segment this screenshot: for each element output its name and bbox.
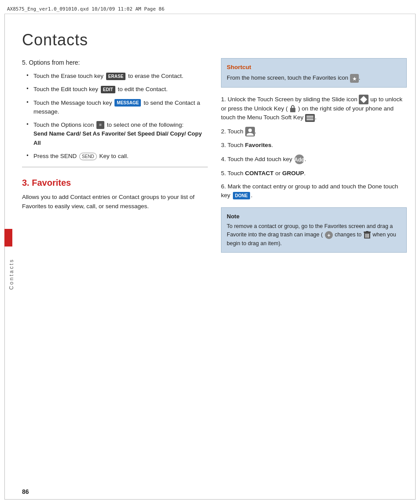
svg-text:★: ★ <box>352 76 357 82</box>
done-key-badge: DONE <box>233 192 250 199</box>
menu-soft-key-icon <box>305 114 315 122</box>
unlock-key-icon <box>289 104 296 113</box>
shortcut-box: Shortcut From the home screen, touch the… <box>221 58 407 88</box>
shortcut-text: From the home screen, touch the Favorite… <box>227 74 401 83</box>
page-number: 86 <box>22 488 29 495</box>
bullet-edit-cont: to edit the Contact. <box>118 86 167 92</box>
bullet-send-cont: Key to call. <box>99 153 129 159</box>
svg-point-10 <box>248 129 252 132</box>
two-col-layout: 5. Options from here: Touch the Erase to… <box>22 58 407 253</box>
bold-options: Send Name Card/ Set As Favorite/ Set Spe… <box>33 130 202 146</box>
bullet-erase-cont: to erase the Contact. <box>128 73 183 79</box>
bullet-edit-text: Touch the Edit touch key <box>33 86 100 92</box>
page-title: Contacts <box>22 31 407 49</box>
erase-key-badge: ERASE <box>106 73 125 80</box>
step-5-or: or <box>275 170 282 177</box>
bullet-message-text: Touch the Message touch key <box>33 99 114 106</box>
bullet-options: Touch the Options icon ≡ to select one o… <box>26 121 208 147</box>
content-area: Contacts 5. Options from here: Touch the… <box>22 22 407 478</box>
step-1-num: 1. <box>221 96 228 102</box>
right-column: Shortcut From the home screen, touch the… <box>221 58 407 253</box>
bullet-erase: Touch the Erase touch key ERASE to erase… <box>26 72 208 81</box>
svg-rect-4 <box>290 108 295 112</box>
section-heading: 3. Favorites <box>22 176 208 189</box>
bullet-options-cont: to select one of the following: <box>107 121 184 128</box>
shortcut-title: Shortcut <box>227 63 401 72</box>
sidebar-text: Contacts <box>8 258 15 290</box>
svg-rect-7 <box>306 118 313 118</box>
sidebar-label-container: Contacts <box>5 132 18 416</box>
header-bar: AX8575_Eng_ver1.0_091010.qxd 10/10/09 11… <box>4 4 416 14</box>
bullet-list: Touch the Erase touch key ERASE to erase… <box>26 72 208 161</box>
options-intro: 5. Options from here: <box>22 58 208 67</box>
contact-touch-icon <box>245 127 255 136</box>
options-icon: ≡ <box>96 121 104 129</box>
step-1-text: Unlock the Touch Screen by sliding the S… <box>228 96 359 102</box>
shortcut-body: From the home screen, touch the Favorite… <box>227 74 348 81</box>
step-5: 5. Touch CONTACT or GROUP. <box>221 169 407 178</box>
svg-rect-6 <box>306 116 313 117</box>
svg-text:Add: Add <box>294 157 304 163</box>
header-text: AX8575_Eng_ver1.0_091010.qxd 10/10/09 11… <box>7 6 165 12</box>
step-4-text: 4. Touch the Add touch key <box>221 155 294 162</box>
sidebar-marker <box>4 229 12 246</box>
message-key-badge: MESSAGE <box>114 99 141 107</box>
step-2-num: 2. Touch <box>221 128 245 134</box>
send-badge: SEND <box>79 153 97 160</box>
add-touch-key-icon: Add <box>294 154 305 165</box>
svg-rect-8 <box>306 119 313 120</box>
svg-text:+: + <box>327 232 330 239</box>
step-5-text: 5. Touch <box>221 170 245 177</box>
favorites-icon: ★ <box>350 74 359 83</box>
step-5-contact: CONTACT <box>245 170 274 177</box>
note-box: Note To remove a contact or group, go to… <box>221 207 407 253</box>
bullet-edit: Touch the Edit touch key EDIT to edit th… <box>26 85 208 94</box>
note-text: To remove a contact or group, go to the … <box>227 222 401 248</box>
svg-rect-17 <box>366 231 368 232</box>
step-5-group: GROUP <box>282 170 304 177</box>
bullet-message: Touch the Message touch key MESSAGE to s… <box>26 99 208 117</box>
step-3: 3. Touch Favorites. <box>221 141 407 150</box>
slide-icon <box>359 95 368 104</box>
step-6: 6. Mark the contact entry or group to ad… <box>221 182 407 200</box>
bullet-erase-text: Touch the Erase touch key <box>33 73 105 79</box>
left-divider <box>22 167 208 167</box>
note-changes: changes to <box>335 232 363 238</box>
section-description: Allows you to add Contact entries or Con… <box>22 193 208 211</box>
note-title: Note <box>227 212 401 221</box>
bullet-send-text: Press the SEND <box>33 153 78 159</box>
bullet-send: Press the SEND SEND Key to call. <box>26 152 208 161</box>
bullet-options-text: Touch the Options icon <box>33 121 96 128</box>
step-3-num: 3. Touch <box>221 142 245 148</box>
step-1: 1. Unlock the Touch Screen by sliding th… <box>221 95 407 122</box>
step-3-bold: Favorites <box>245 142 272 148</box>
step-2: 2. Touch . <box>221 127 407 136</box>
step-4: 4. Touch the Add touch key Add . <box>221 154 407 165</box>
trash-icon-note <box>363 231 371 239</box>
edit-key-badge: EDIT <box>101 86 115 93</box>
add-icon-note: + <box>324 231 333 239</box>
left-column: 5. Options from here: Touch the Erase to… <box>22 58 208 253</box>
numbered-steps: 1. Unlock the Touch Screen by sliding th… <box>221 95 407 200</box>
